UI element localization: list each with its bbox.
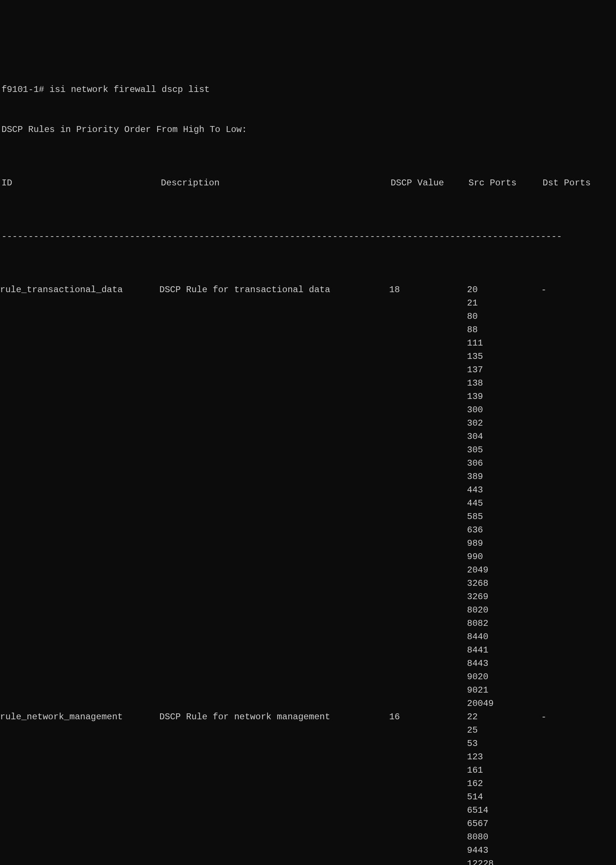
port-value: 9443 (467, 844, 541, 857)
port-value: 8440 (467, 630, 541, 644)
header-src-ports: Src Ports (468, 176, 543, 190)
port-value: 162 (467, 777, 541, 791)
port-value: 20 (467, 283, 541, 297)
port-value: 306 (467, 457, 541, 470)
port-value: 300 (467, 403, 541, 417)
port-value: 8443 (467, 657, 541, 670)
rule-description: DSCP Rule for network management (159, 710, 389, 724)
port-value: 8080 (467, 830, 541, 844)
sub-header: DSCP Rules in Priority Order From High T… (0, 123, 616, 137)
port-value: 9021 (467, 684, 541, 697)
port-value: 9020 (467, 670, 541, 684)
port-value: 6514 (467, 804, 541, 817)
port-value: 2049 (467, 563, 541, 577)
table-header-row: IDDescriptionDSCP ValueSrc PortsDst Port… (0, 176, 616, 190)
port-value: 6567 (467, 817, 541, 830)
rule-dscp-value: 18 (389, 283, 467, 297)
port-value: 304 (467, 430, 541, 444)
port-value: 12228 (467, 857, 541, 865)
table-row: rule_network_managementDSCP Rule for net… (0, 710, 616, 865)
port-value: 305 (467, 444, 541, 457)
port-value: 111 (467, 337, 541, 350)
rule-dst-ports: - (541, 710, 608, 724)
port-value: 3269 (467, 590, 541, 604)
rule-dst-ports: - (541, 283, 608, 297)
port-value: 123 (467, 750, 541, 764)
rule-id: rule_network_management (0, 710, 159, 724)
separator-top: ----------------------------------------… (0, 230, 616, 243)
port-value: 8441 (467, 644, 541, 657)
port-value: 443 (467, 483, 541, 497)
port-value: 80 (467, 310, 541, 323)
rules-container: rule_transactional_dataDSCP Rule for tra… (0, 283, 616, 865)
port-value: 135 (467, 350, 541, 363)
port-value: 25 (467, 724, 541, 737)
port-value: 137 (467, 363, 541, 377)
port-value: 161 (467, 764, 541, 777)
port-value: 21 (467, 297, 541, 310)
port-value: 8082 (467, 617, 541, 630)
port-value: 302 (467, 417, 541, 430)
header-dscp-value: DSCP Value (391, 176, 468, 190)
port-value: 990 (467, 550, 541, 563)
port-value: 53 (467, 737, 541, 750)
port-value: 514 (467, 791, 541, 804)
port-value: 585 (467, 510, 541, 524)
port-value: 20049 (467, 697, 541, 710)
prompt-line: f9101-1# isi network firewall dscp list (0, 83, 616, 96)
rule-description: DSCP Rule for transactional data (159, 283, 389, 297)
rule-id: rule_transactional_data (0, 283, 159, 297)
terminal-output: f9101-1# isi network firewall dscp list … (0, 57, 616, 865)
port-value: 138 (467, 377, 541, 390)
port-value: 22 (467, 710, 541, 724)
port-value: 636 (467, 524, 541, 537)
rule-dscp-value: 16 (389, 710, 467, 724)
rule-src-ports: 2021808811113513713813930030230430530638… (467, 283, 541, 710)
port-value: 8020 (467, 604, 541, 617)
header-description: Description (161, 176, 391, 190)
table-row: rule_transactional_dataDSCP Rule for tra… (0, 283, 616, 710)
port-value: 389 (467, 470, 541, 483)
port-value: 445 (467, 497, 541, 510)
port-value: 139 (467, 390, 541, 403)
header-dst-ports: Dst Ports (543, 176, 609, 190)
header-id: ID (2, 176, 161, 190)
rule-src-ports: 222553123161162514651465678080944312228 (467, 710, 541, 865)
port-value: 3268 (467, 577, 541, 590)
port-value: 88 (467, 323, 541, 337)
port-value: 989 (467, 537, 541, 550)
